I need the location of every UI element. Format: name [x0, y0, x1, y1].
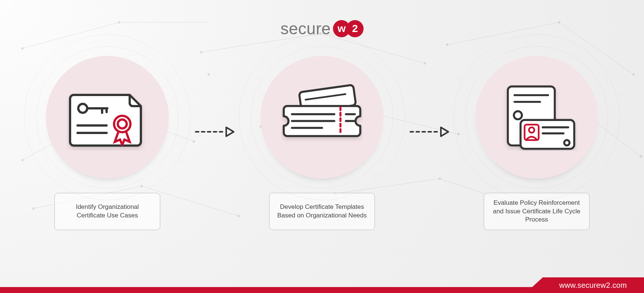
step-1-halo — [46, 56, 169, 179]
svg-point-47 — [118, 120, 127, 128]
footer: www.securew2.com — [0, 280, 644, 293]
svg-rect-49 — [299, 85, 356, 113]
step-2-halo — [261, 56, 383, 179]
svg-rect-63 — [525, 125, 539, 140]
svg-point-61 — [514, 111, 522, 120]
svg-point-28 — [446, 44, 448, 46]
arrow-icon — [194, 124, 235, 139]
svg-point-16 — [21, 47, 23, 50]
footer-url: www.securew2.com — [525, 277, 644, 293]
arrow-icon — [409, 124, 450, 139]
svg-point-46 — [114, 116, 130, 132]
certificate-key-icon — [66, 84, 148, 151]
step-2: Develop Certificate Templates Based on O… — [261, 56, 383, 230]
policy-id-card-icon — [496, 84, 578, 151]
svg-rect-58 — [508, 86, 555, 145]
svg-point-67 — [564, 140, 569, 145]
brand-badge-letter-2: 2 — [347, 20, 364, 37]
svg-point-17 — [118, 21, 120, 23]
svg-point-22 — [200, 51, 202, 53]
brand-badge: w 2 — [333, 20, 364, 37]
step-3: Evaluate Policy Reinforcement and Issue … — [475, 56, 598, 230]
svg-point-64 — [529, 127, 534, 133]
process-row: Identify Organizational Certificate Use … — [0, 56, 644, 230]
template-ticket-icon — [281, 84, 363, 151]
step-3-halo — [475, 56, 598, 179]
svg-rect-62 — [521, 120, 574, 149]
svg-line-50 — [306, 94, 345, 100]
svg-point-29 — [558, 21, 560, 23]
svg-point-40 — [78, 104, 87, 113]
step-1: Identify Organizational Certificate Use … — [46, 56, 169, 230]
